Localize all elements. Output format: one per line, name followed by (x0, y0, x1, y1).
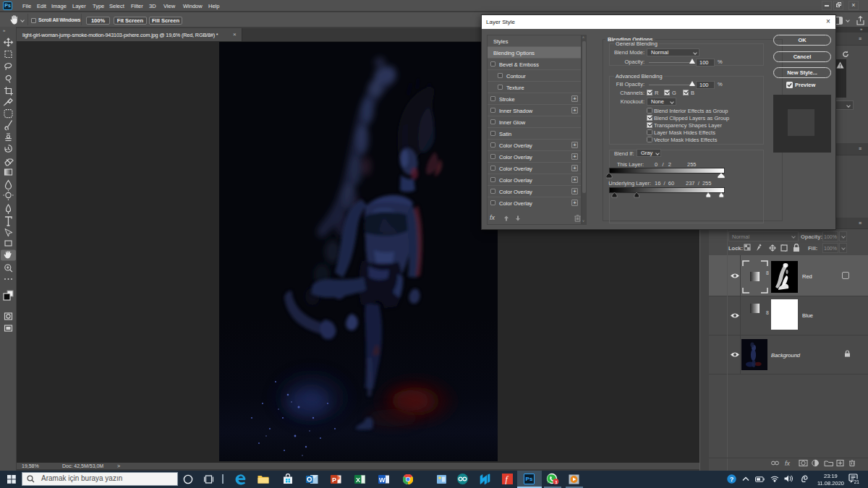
svg-text:21: 21 (854, 479, 859, 484)
svg-text:X: X (356, 476, 360, 484)
svg-text:?: ? (730, 476, 734, 483)
svg-text:W: W (379, 476, 386, 484)
svg-text:fx: fx (785, 460, 791, 467)
svg-text:1: 1 (555, 479, 558, 484)
svg-text:P: P (332, 476, 336, 484)
